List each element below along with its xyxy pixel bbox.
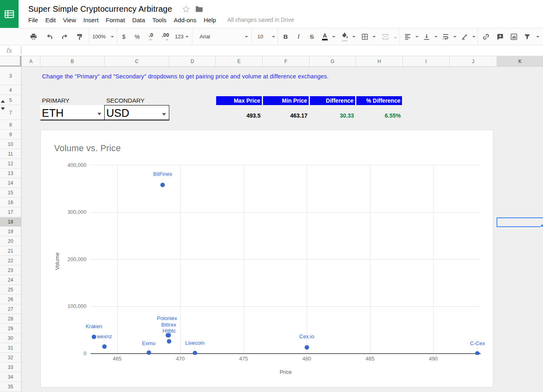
- row-header-35[interactable]: 35: [0, 382, 21, 392]
- column-header-F[interactable]: F: [262, 56, 309, 66]
- format-percent-button[interactable]: %: [130, 28, 144, 45]
- selection-fill-handle[interactable]: [541, 224, 543, 227]
- text-rotation-button[interactable]: [459, 28, 471, 45]
- cell-pct-difference-value[interactable]: 6.55%: [356, 105, 402, 120]
- cell-max-price-header[interactable]: Max Price: [216, 96, 262, 105]
- menu-edit[interactable]: Edit: [42, 16, 59, 24]
- menu-insert[interactable]: Insert: [80, 16, 102, 24]
- text-color-caret[interactable]: [331, 28, 337, 45]
- star-icon[interactable]: [182, 5, 190, 13]
- row-header-11[interactable]: 11: [0, 150, 21, 159]
- cell-max-price-value[interactable]: 493.5: [215, 105, 262, 120]
- row-header-14[interactable]: 14: [0, 179, 21, 188]
- insert-chart-button[interactable]: [507, 28, 520, 45]
- borders-button[interactable]: [358, 28, 371, 45]
- row-header-30[interactable]: 30: [0, 334, 21, 343]
- text-rotation-caret[interactable]: [471, 28, 477, 45]
- row-header-26[interactable]: 26: [0, 295, 21, 304]
- italic-button[interactable]: I: [292, 28, 305, 45]
- cell-pct-difference-header[interactable]: % Difference: [356, 96, 402, 105]
- insert-comment-button[interactable]: [493, 28, 507, 45]
- row-header-12[interactable]: 12: [0, 159, 21, 169]
- cell-primary-label[interactable]: PRIMARY: [42, 95, 69, 105]
- column-header-H[interactable]: H: [356, 56, 402, 66]
- fill-color-caret[interactable]: [351, 28, 357, 45]
- column-header-B[interactable]: B: [40, 56, 104, 66]
- row-header-33[interactable]: 33: [0, 363, 21, 372]
- column-header-D[interactable]: D: [169, 56, 215, 66]
- row-header-9[interactable]: 9: [0, 130, 21, 139]
- number-format-button[interactable]: 123: [173, 28, 191, 45]
- cell-min-price-header[interactable]: Min Price: [263, 96, 309, 105]
- row-header-8[interactable]: 8: [0, 120, 21, 130]
- select-all-corner[interactable]: [0, 56, 21, 67]
- toolbar-more-caret[interactable]: [534, 28, 542, 45]
- primary-dropdown-caret-icon[interactable]: [97, 113, 101, 115]
- row-header-16[interactable]: 16: [0, 198, 21, 207]
- folder-icon[interactable]: [196, 6, 203, 12]
- menu-tools[interactable]: Tools: [149, 16, 170, 24]
- menu-add-ons[interactable]: Add-ons: [170, 16, 200, 24]
- vertical-align-caret[interactable]: [433, 28, 439, 45]
- cell-difference-value[interactable]: 30.33: [309, 105, 356, 120]
- insert-link-button[interactable]: [479, 28, 493, 45]
- row-header-23[interactable]: 23: [0, 266, 21, 275]
- column-header-C[interactable]: C: [104, 56, 169, 66]
- column-header-J[interactable]: J: [449, 56, 497, 66]
- horizontal-align-caret[interactable]: [414, 28, 420, 45]
- row-header-3[interactable]: 3: [0, 67, 21, 85]
- row-header-24[interactable]: 24: [0, 276, 21, 285]
- cell-min-price-value[interactable]: 463.17: [262, 105, 309, 120]
- row-header-4[interactable]: 4: [0, 86, 21, 95]
- row-header-27[interactable]: 27: [0, 305, 21, 314]
- column-header-I[interactable]: I: [402, 56, 449, 66]
- redo-button[interactable]: [57, 28, 72, 45]
- text-wrap-button[interactable]: [440, 28, 452, 45]
- row-header-20[interactable]: 20: [0, 237, 21, 246]
- format-currency-button[interactable]: $: [117, 28, 130, 45]
- row-header-34[interactable]: 34: [0, 373, 21, 382]
- formula-input[interactable]: [24, 45, 543, 56]
- row-header-28[interactable]: 28: [0, 314, 21, 324]
- row-header-32[interactable]: 32: [0, 353, 21, 362]
- menu-file[interactable]: File: [25, 16, 42, 24]
- row-header-22[interactable]: 22: [0, 256, 21, 266]
- filter-button[interactable]: [520, 28, 534, 45]
- menu-data[interactable]: Data: [128, 16, 149, 24]
- row-header-29[interactable]: 29: [0, 324, 21, 333]
- secondary-dropdown-caret-icon[interactable]: [162, 113, 166, 116]
- zoom-select[interactable]: 100%: [89, 28, 117, 45]
- font-size-select[interactable]: 10: [252, 28, 278, 45]
- fill-color-button[interactable]: [338, 28, 351, 45]
- increase-decimal-button[interactable]: .00→: [158, 28, 173, 45]
- undo-button[interactable]: [42, 28, 57, 45]
- sheets-logo-icon[interactable]: [0, 0, 19, 28]
- text-color-button[interactable]: A: [319, 28, 331, 45]
- sheet-grid[interactable]: 3457891011121314151617181920212223242526…: [0, 67, 543, 392]
- row-header-31[interactable]: 31: [0, 344, 21, 353]
- column-header-G[interactable]: G: [309, 56, 356, 66]
- print-button[interactable]: [25, 28, 42, 45]
- row-header-13[interactable]: 13: [0, 169, 21, 178]
- cell-note-b3[interactable]: Change the "Primary" and "Secondary" dro…: [42, 67, 328, 86]
- row-header-19[interactable]: 19: [0, 227, 21, 236]
- menu-help[interactable]: Help: [200, 16, 220, 24]
- font-family-select[interactable]: Arial: [192, 28, 251, 45]
- unhide-row-up-arrow-icon[interactable]: [1, 100, 5, 103]
- row-header-18[interactable]: 18: [0, 217, 21, 227]
- row-header-21[interactable]: 21: [0, 247, 21, 256]
- row-header-15[interactable]: 15: [0, 188, 21, 198]
- column-header-A[interactable]: A: [21, 56, 40, 66]
- merge-cells-button[interactable]: [379, 28, 392, 45]
- cell-difference-header[interactable]: Difference: [310, 96, 356, 105]
- column-header-E[interactable]: E: [215, 56, 262, 66]
- vertical-align-button[interactable]: [421, 28, 433, 45]
- row-header-10[interactable]: 10: [0, 140, 21, 149]
- selected-cell-k18[interactable]: [497, 217, 543, 227]
- primary-dropdown[interactable]: ETH: [40, 105, 105, 120]
- chart[interactable]: Volume vs. Price Volume Price 0100,00020…: [40, 130, 493, 388]
- bold-button[interactable]: B: [279, 28, 292, 45]
- unhide-row-down-arrow-icon[interactable]: [1, 107, 5, 110]
- strikethrough-button[interactable]: S: [305, 28, 319, 45]
- column-header-K[interactable]: K: [497, 56, 543, 66]
